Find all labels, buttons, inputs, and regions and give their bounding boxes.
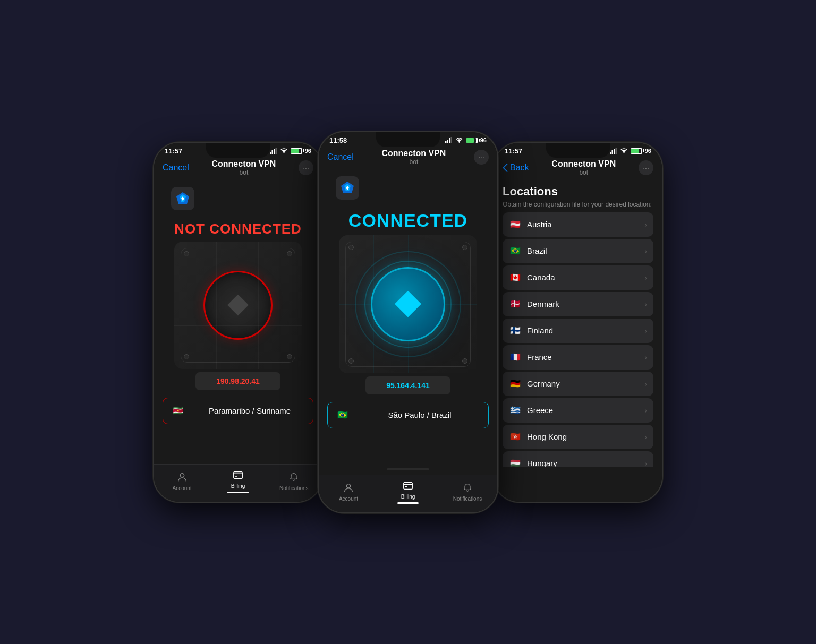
location-button-left[interactable]: 🇸🇷 Paramaribo / Suriname [163, 398, 313, 424]
app-title-right: Connecton VPN [551, 159, 616, 169]
location-name: Hong Kong [527, 432, 644, 441]
tab-notifications-center[interactable]: Notifications [452, 482, 483, 502]
flag-suriname: 🇸🇷 [172, 405, 184, 417]
location-name: Greece [527, 406, 644, 415]
svg-rect-16 [610, 152, 611, 154]
location-item[interactable]: 🇩🇰 Denmark › [503, 292, 653, 316]
status-icons-center: 96 [445, 137, 487, 143]
phone-right: 11:57 96 [493, 142, 663, 503]
vpn-logo-left [171, 187, 194, 210]
location-item[interactable]: 🇩🇪 Germany › [503, 372, 653, 396]
tab-label-notif-left: Notifications [279, 485, 308, 491]
logo-area-center [319, 170, 497, 206]
billing-icon-center [402, 479, 414, 492]
location-name: Canada [527, 273, 644, 282]
location-item[interactable]: 🇬🇷 Greece › [503, 398, 653, 423]
header-title-left: Connecton VPN bot [211, 159, 276, 176]
tab-account-left[interactable]: Account [166, 471, 198, 491]
billing-svg-left [232, 469, 244, 481]
connector-center [319, 464, 497, 475]
location-name: Hungary [527, 459, 644, 467]
chevron-right-icon: › [644, 327, 647, 335]
notch-left [206, 143, 270, 158]
tab-label-notif-center: Notifications [453, 496, 482, 502]
more-button-right[interactable]: ··· [639, 160, 653, 175]
location-item[interactable]: 🇫🇮 Finland › [503, 319, 653, 343]
flag-icon: 🇫🇷 [509, 351, 522, 364]
svg-rect-3 [275, 148, 277, 154]
app-title-center: Connecton VPN [381, 149, 446, 158]
location-item[interactable]: 🇫🇷 France › [503, 345, 653, 370]
svg-rect-0 [270, 152, 271, 154]
chevron-right-icon: › [644, 300, 647, 308]
svg-rect-17 [611, 150, 613, 154]
svg-point-4 [283, 152, 284, 153]
vpn-logo-center [336, 176, 359, 200]
location-text-center: São Paulo / Brazil [360, 410, 480, 419]
cancel-button-left[interactable]: Cancel [163, 163, 189, 173]
chevron-right-icon: › [644, 406, 647, 415]
tab-account-center[interactable]: Account [333, 482, 364, 502]
logo-area-left [154, 181, 322, 217]
tab-billing-left[interactable]: Billing [222, 469, 254, 493]
notif-icon-center [461, 482, 474, 494]
cancel-button-center[interactable]: Cancel [327, 152, 354, 162]
location-button-center[interactable]: 🇧🇷 São Paulo / Brazil [327, 402, 489, 428]
vpn-panel-area-center [319, 235, 497, 373]
app-title-left: Connecton VPN [211, 159, 276, 169]
svg-rect-19 [615, 148, 617, 154]
svg-rect-11 [450, 137, 452, 143]
flag-icon: 🇩🇰 [509, 298, 522, 311]
location-name: Austria [527, 220, 644, 229]
location-item[interactable]: 🇨🇦 Canada › [503, 265, 653, 290]
more-button-center[interactable]: ··· [474, 150, 489, 165]
location-item[interactable]: 🇧🇷 Brazil › [503, 239, 653, 263]
svg-rect-1 [271, 150, 273, 154]
svg-rect-2 [274, 149, 275, 154]
tab-indicator-left [227, 492, 249, 493]
signal-icon-left [270, 148, 277, 154]
chevron-right-icon: › [644, 220, 647, 229]
phone-center: 11:58 96 [318, 131, 498, 513]
tab-indicator-center [397, 502, 419, 504]
flag-icon: 🇭🇺 [509, 457, 522, 467]
svg-rect-6 [234, 471, 243, 478]
time-left: 11:57 [165, 147, 182, 155]
more-button-left[interactable]: ··· [299, 160, 313, 175]
svg-rect-8 [445, 141, 447, 143]
location-item[interactable]: 🇭🇺 Hungary › [503, 451, 653, 467]
ip-bar-center: 95.164.4.141 [366, 376, 450, 394]
connection-status-left: NOT CONNECTED [154, 221, 322, 237]
vpn-connect-button-center[interactable] [371, 267, 445, 341]
center-screen: 11:58 96 [319, 132, 497, 512]
connection-status-center: CONNECTED [319, 210, 497, 231]
locations-subtitle: Obtain the configuration file for your d… [503, 201, 653, 208]
right-screen: 11:57 96 [494, 143, 662, 502]
tab-notifications-left[interactable]: Notifications [278, 471, 310, 491]
battery-label-center: 96 [480, 137, 487, 143]
signal-icon-center [445, 137, 453, 143]
flag-brazil: 🇧🇷 [336, 409, 349, 422]
svg-rect-9 [447, 140, 448, 143]
tab-bar-center: Account Billing [319, 475, 497, 512]
status-icons-right: 96 [610, 148, 651, 154]
tab-billing-center[interactable]: Billing [392, 479, 424, 504]
back-button-right[interactable]: Back [503, 163, 529, 173]
battery-label-left: 96 [305, 148, 311, 154]
flag-icon: 🇫🇮 [509, 324, 522, 337]
location-item[interactable]: 🇦🇹 Austria › [503, 212, 653, 237]
location-name: Denmark [527, 299, 644, 308]
bell-icon-center [462, 482, 473, 494]
tab-label-account-center: Account [339, 496, 358, 502]
locations-title: Locations [503, 185, 653, 199]
phones-container: 11:57 96 [153, 131, 663, 513]
flag-icon: 🇨🇦 [509, 271, 522, 284]
header-title-center: Connecton VPN bot [381, 149, 446, 166]
notif-icon-left [287, 471, 300, 484]
location-name: Brazil [527, 246, 644, 255]
location-item[interactable]: 🇭🇰 Hong Kong › [503, 425, 653, 449]
diamond-on-icon [395, 291, 421, 317]
ip-container-center: 95.164.4.141 [319, 373, 497, 398]
person-icon-center [343, 482, 354, 494]
chevron-right-icon: › [644, 380, 647, 388]
